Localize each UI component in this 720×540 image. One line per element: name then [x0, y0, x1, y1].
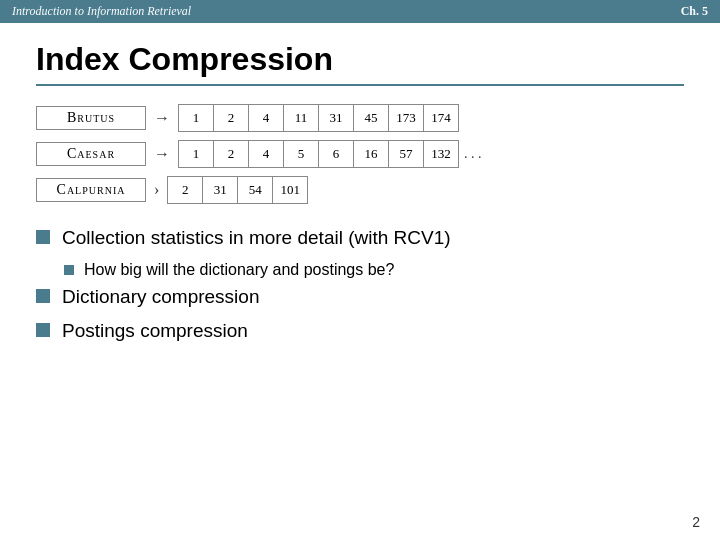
header-chapter: Ch. 5 — [681, 4, 708, 19]
posting-arrow: → — [154, 145, 170, 163]
posting-cell: 2 — [167, 176, 203, 204]
bullet-row: Dictionary compression — [36, 285, 684, 310]
posting-cell: 1 — [178, 140, 214, 168]
posting-cell: 31 — [318, 104, 354, 132]
posting-cell: 45 — [353, 104, 389, 132]
posting-cell: 132 — [423, 140, 459, 168]
posting-row: Caesar→124561657132. . . — [36, 140, 684, 168]
posting-cell: 1 — [178, 104, 214, 132]
bullet-item: Postings compression — [36, 319, 684, 344]
term-box: Calpurnia — [36, 178, 146, 202]
posting-cell: 57 — [388, 140, 424, 168]
posting-cell: 31 — [202, 176, 238, 204]
header-title: Introduction to Information Retrieval — [12, 4, 191, 19]
postings-list: 124113145173174 — [178, 104, 458, 132]
posting-row: Calpurnia›23154101 — [36, 176, 684, 204]
bullet-text: Postings compression — [62, 319, 248, 344]
postings-list: 124561657132. . . — [178, 140, 482, 168]
posting-cell: 16 — [353, 140, 389, 168]
bullet-marker — [36, 323, 50, 337]
bullets-section: Collection statistics in more detail (wi… — [36, 226, 684, 344]
postings-list: 23154101 — [167, 176, 307, 204]
posting-cell: 2 — [213, 104, 249, 132]
sub-bullet-marker — [64, 265, 74, 275]
posting-cell: 6 — [318, 140, 354, 168]
bullet-marker — [36, 230, 50, 244]
page-title: Index Compression — [36, 41, 684, 78]
posting-arrow: › — [154, 181, 159, 199]
sub-bullet-text: How big will the dictionary and postings… — [84, 261, 394, 279]
posting-ellipsis: . . . — [464, 146, 482, 162]
sub-bullet-row: How big will the dictionary and postings… — [64, 261, 684, 279]
postings-diagram: Brutus→124113145173174Caesar→12456165713… — [36, 104, 684, 204]
posting-row: Brutus→124113145173174 — [36, 104, 684, 132]
posting-cell: 174 — [423, 104, 459, 132]
bullet-item: Dictionary compression — [36, 285, 684, 310]
header: Introduction to Information Retrieval Ch… — [0, 0, 720, 23]
posting-cell: 173 — [388, 104, 424, 132]
posting-cell: 2 — [213, 140, 249, 168]
bullet-marker — [36, 289, 50, 303]
posting-cell: 4 — [248, 140, 284, 168]
title-divider — [36, 84, 684, 86]
page-number: 2 — [692, 514, 700, 530]
bullet-text: Dictionary compression — [62, 285, 259, 310]
posting-arrow: → — [154, 109, 170, 127]
posting-cell: 11 — [283, 104, 319, 132]
posting-cell: 4 — [248, 104, 284, 132]
posting-cell: 101 — [272, 176, 308, 204]
term-box: Caesar — [36, 142, 146, 166]
term-box: Brutus — [36, 106, 146, 130]
bullet-text: Collection statistics in more detail (wi… — [62, 226, 451, 251]
posting-cell: 54 — [237, 176, 273, 204]
bullet-item: Collection statistics in more detail (wi… — [36, 226, 684, 279]
bullet-row: Postings compression — [36, 319, 684, 344]
posting-cell: 5 — [283, 140, 319, 168]
main-content: Index Compression Brutus→124113145173174… — [0, 23, 720, 372]
bullet-row: Collection statistics in more detail (wi… — [36, 226, 684, 251]
